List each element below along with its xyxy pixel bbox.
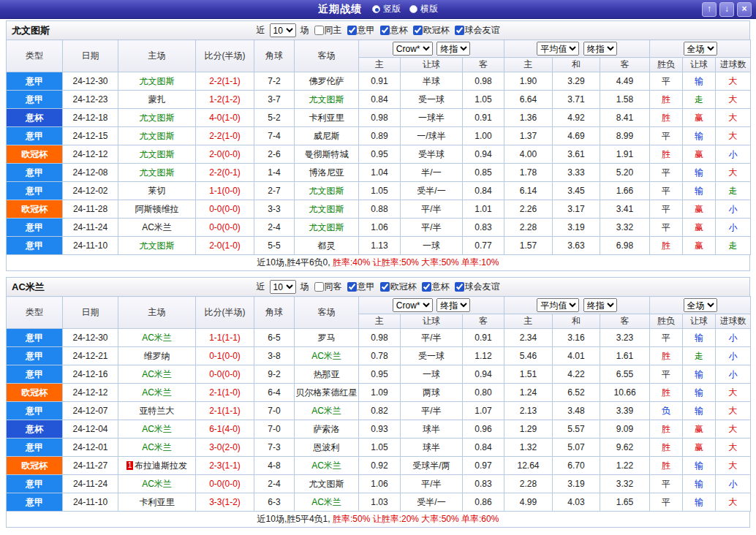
result-wdl: 胜 [650,457,683,475]
handicap-odds-home: 1.05 [359,182,401,200]
fulltime-select[interactable]: 全场 [684,298,717,312]
league-filter[interactable]: 意甲 [344,281,375,293]
score: 1-2(1-2) [196,91,254,109]
avg-odds-home: 2.34 [504,329,553,347]
handicap-company-select[interactable]: Crow* [393,42,433,56]
europe-stage-select[interactable]: 终指 [583,298,617,312]
col-header-goals: 进球数 [716,314,751,329]
handicap-odds-home: 0.89 [359,127,401,145]
match-row: 欧冠杯24-12-12AC米兰2-1(1-0)6-4贝尔格莱德红星1.09两球0… [7,384,751,402]
europe-avg-select[interactable]: 平均值 [537,42,579,56]
result-wdl: 平 [650,72,683,91]
league-filter[interactable]: 球会友谊 [452,24,500,37]
europe-avg-select[interactable]: 平均值 [537,298,579,312]
home-team: 1布拉迪斯拉发 [118,457,196,475]
handicap-line: 一球 [401,365,463,384]
avg-odds-away: 3.41 [600,200,650,219]
section-header: AC米兰 近 10 场 同客 意甲 欧冠杯 意杯 球会友谊 [6,277,750,296]
europe-stage-select[interactable]: 终指 [583,42,617,56]
col-header-away: 客场 [295,297,359,329]
league-checkbox[interactable] [413,26,423,35]
recent-count-select[interactable]: 10 [270,280,296,294]
league-checkbox[interactable] [455,282,464,292]
league-filter[interactable]: 意杯 [377,24,408,37]
avg-odds-away: 8.99 [600,127,650,145]
league-checkbox[interactable] [347,26,357,35]
avg-odds-home: 4.99 [504,493,553,512]
summary-segment: 单率:60% [461,514,499,524]
handicap-odds-home: 0.88 [359,200,401,219]
view-radio[interactable]: 竖版 [372,3,401,15]
match-date: 24-12-15 [63,127,118,145]
summary-segment: 大率:50% [421,257,461,268]
league-label: 意杯 [390,24,408,37]
view-radio[interactable]: 横版 [409,3,438,15]
corner-score: 7-0 [254,420,295,439]
handicap-odds-away: 0.91 [463,329,504,347]
close-button[interactable]: × [737,2,752,17]
radio-icon [409,5,417,13]
league-filter[interactable]: 意杯 [419,281,450,293]
avg-odds-home: 2.28 [504,475,553,493]
result-wdl: 胜 [650,420,683,439]
match-row: 意甲24-12-21维罗纳0-1(0-0)3-8AC米兰0.78受一球1.125… [7,347,751,365]
handicap-odds-home: 0.84 [359,91,401,109]
handicap-company-select[interactable]: Crow* [393,298,433,312]
league-filter[interactable]: 球会友谊 [452,281,500,293]
match-date: 24-12-21 [63,347,118,365]
move-down-button[interactable]: ↓ [719,2,734,17]
handicap-odds-home: 0.91 [359,72,401,91]
league-filter[interactable]: 欧冠杯 [377,281,417,293]
summary-row: 近10场,胜5平4负1, 胜率:50% 让胜率:20% 大率:50% 单率:60… [6,512,750,528]
league-checkbox[interactable] [347,282,357,292]
league-filter[interactable]: 意甲 [344,24,375,37]
fulltime-select[interactable]: 全场 [684,42,717,56]
avg-odds-away: 1.58 [600,91,650,109]
handicap-stage-select[interactable]: 终指 [436,298,470,312]
corner-score: 2-6 [254,145,295,164]
away-team: 尤文图斯 [295,200,359,219]
away-team: 贝尔格莱德红星 [295,384,359,402]
match-date: 24-11-28 [63,200,118,219]
result-handicap: 输 [683,475,716,493]
avg-odds-draw: 6.70 [553,457,600,475]
avg-odds-draw: 3.19 [553,475,600,493]
avg-odds-draw: 3.48 [553,402,600,420]
same-venue-filter[interactable]: 同客 [311,281,342,293]
match-row: 欧冠杯24-12-12尤文图斯2-0(0-0)2-6曼彻斯特城0.95受半球0.… [7,145,751,164]
result-goals: 小 [716,347,751,365]
league-label: 欧冠杯 [423,24,450,37]
avg-odds-away: 1.91 [600,145,650,164]
result-wdl: 平 [650,219,683,237]
away-team: 尤文图斯 [295,219,359,237]
col-header-o1-home: 主 [359,58,401,72]
avg-odds-away: 1.65 [600,493,650,512]
avg-odds-home: 4.00 [504,145,553,164]
handicap-stage-select[interactable]: 终指 [436,42,470,56]
same-venue-filter[interactable]: 同主 [311,24,342,37]
same-venue-checkbox[interactable] [314,282,324,292]
handicap-odds-home: 1.06 [359,475,401,493]
league-checkbox[interactable] [380,26,390,35]
league-checkbox[interactable] [455,26,464,35]
col-header-handicap-res: 让球 [683,314,716,329]
move-up-button[interactable]: ↑ [702,2,717,17]
corner-score: 7-4 [254,127,295,145]
result-handicap: 输 [683,402,716,420]
same-venue-checkbox[interactable] [314,26,324,35]
corner-score: 1-4 [254,164,295,182]
league-checkbox[interactable] [380,282,390,292]
result-handicap: 输 [683,164,716,182]
league-checkbox[interactable] [422,282,431,292]
league-filter[interactable]: 欧冠杯 [410,24,450,37]
handicap-odds-home: 1.05 [359,439,401,457]
corner-score: 6-3 [254,493,295,512]
home-team: 尤文图斯 [118,72,196,91]
corner-score: 6-4 [254,384,295,402]
recent-count-select[interactable]: 10 [270,23,296,37]
home-team: 阿斯顿维拉 [118,200,196,219]
title-center: 近期战绩 竖版横版 [0,3,756,16]
result-handicap: 输 [683,384,716,402]
result-handicap: 赢 [683,200,716,219]
away-team: 博洛尼亚 [295,164,359,182]
